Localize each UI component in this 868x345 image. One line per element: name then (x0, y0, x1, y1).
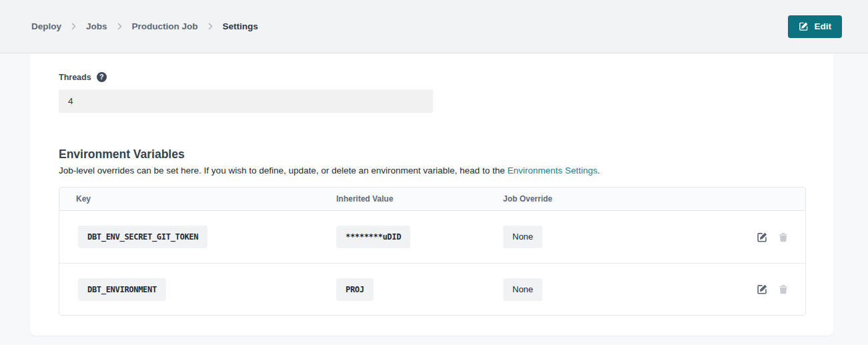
column-header-inherited-value: Inherited Value (336, 194, 503, 204)
row-delete-button[interactable] (778, 284, 789, 295)
help-icon[interactable]: ? (97, 72, 107, 82)
job-override-badge: None (503, 226, 542, 248)
env-var-key-badge: DBT_ENV_SECRET_GIT_TOKEN (78, 226, 207, 248)
trash-icon (778, 284, 789, 295)
top-header-bar: Deploy Jobs Production Job Settings Edit (0, 0, 868, 53)
inherited-value-badge: PROJ (336, 278, 374, 301)
settings-card: Threads ? Environment Variables Job-leve… (30, 54, 833, 336)
job-override-badge: None (503, 278, 542, 301)
chevron-right-icon (71, 23, 77, 30)
env-vars-title: Environment Variables (59, 147, 806, 161)
table-row: DBT_ENV_SECRET_GIT_TOKEN ********uDID No… (59, 211, 805, 263)
edit-button[interactable]: Edit (788, 15, 843, 38)
breadcrumb-item-production-job[interactable]: Production Job (132, 21, 198, 31)
chevron-right-icon (117, 23, 123, 30)
breadcrumb-item-settings: Settings (223, 21, 258, 31)
threads-label: Threads (59, 73, 91, 82)
edit-pencil-icon (757, 232, 768, 243)
row-edit-button[interactable] (757, 284, 768, 295)
description-text: Job-level overrides can be set here. If … (59, 165, 507, 176)
column-header-job-override: Job Override (503, 194, 739, 204)
chevron-right-icon (207, 23, 213, 30)
description-period: . (598, 165, 600, 176)
breadcrumb-item-deploy[interactable]: Deploy (31, 21, 61, 31)
row-delete-button[interactable] (778, 232, 789, 243)
breadcrumb: Deploy Jobs Production Job Settings (31, 21, 258, 31)
environments-settings-link[interactable]: Environments Settings (507, 165, 597, 176)
row-edit-button[interactable] (757, 232, 768, 243)
trash-icon (778, 232, 789, 243)
table-header-row: Key Inherited Value Job Override (59, 188, 805, 211)
column-header-key: Key (59, 194, 336, 204)
env-vars-table: Key Inherited Value Job Override DBT_ENV… (59, 187, 806, 316)
threads-input[interactable] (59, 89, 433, 113)
breadcrumb-item-jobs[interactable]: Jobs (86, 21, 107, 31)
edit-button-label: Edit (815, 21, 832, 31)
edit-pencil-icon (757, 284, 768, 295)
env-var-key-badge: DBT_ENVIRONMENT (78, 278, 166, 301)
edit-pencil-icon (799, 21, 809, 31)
inherited-value-badge: ********uDID (336, 226, 410, 248)
env-vars-description: Job-level overrides can be set here. If … (59, 165, 806, 176)
table-row: DBT_ENVIRONMENT PROJ None (59, 263, 805, 315)
